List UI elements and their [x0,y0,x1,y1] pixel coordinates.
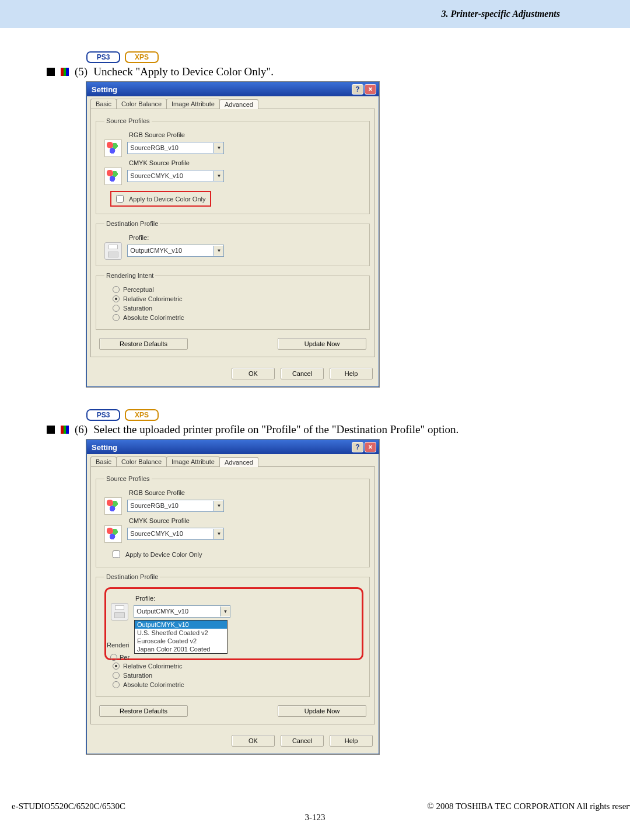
footer-model: e-STUDIO5520C/6520C/6530C [12,801,125,811]
tab-advanced[interactable]: Advanced [219,457,258,467]
apply-color-only-checkbox[interactable] [113,550,120,558]
printer-icon [111,603,128,621]
dest-profile-dropdown[interactable]: OutputCMYK_v10 U.S. Sheetfed Coated v2 E… [134,620,228,654]
tab-basic[interactable]: Basic [90,456,117,466]
rgb-swatch-icon [104,497,122,515]
help-button[interactable]: ? [352,442,363,452]
dest-profile-value: OutputCMYK_v10 [136,608,188,615]
update-now-button[interactable]: Update Now [278,338,366,350]
cmyk-swatch-icon [104,168,122,185]
ps3-chip: PS3 [86,409,120,421]
radio-relative[interactable]: Relative Colorimetric [113,663,363,670]
destination-profile-group: Destination Profile Profile: OutputCMYK_… [96,573,370,697]
dropdown-option[interactable]: Euroscale Coated v2 [135,637,227,645]
help-dialog-button[interactable]: Help [330,368,373,379]
step-5: PS3 XPS (5) Uncheck "Apply to Device Col… [47,51,572,387]
profile-highlight: Profile: OutputCMYK_v10 ▼ OutputCMYK_v10 [104,587,363,660]
chevron-down-icon: ▼ [214,246,223,256]
rgb-source-value: SourceRGB_v10 [130,502,178,509]
help-button[interactable]: ? [352,84,363,95]
dest-profile-label: Profile: [135,595,357,602]
tab-row: Basic Color Balance Image Attribute Adva… [87,96,379,109]
chevron-down-icon: ▼ [214,143,223,153]
chevron-down-icon: ▼ [214,529,223,539]
cancel-button[interactable]: Cancel [281,368,324,379]
cmyk-source-combo[interactable]: SourceCMYK_v10 ▼ [127,170,224,182]
step-6: PS3 XPS (6) Select the uploaded printer … [47,409,572,754]
chevron-down-icon: ▼ [214,171,223,181]
render-label-truncated: Renderi [107,642,130,649]
destination-profile-group: Destination Profile Profile: OutputCMYK_… [96,220,370,266]
tab-color-balance[interactable]: Color Balance [116,99,167,109]
page-footer: e-STUDIO5520C/6520C/6530C © 2008 TOSHIBA… [0,801,630,822]
printer-icon [104,242,122,260]
color-square-icon [61,426,69,434]
dropdown-option[interactable]: OutputCMYK_v10 [135,621,227,629]
footer-copyright: © 2008 TOSHIBA TEC CORPORATION All right… [427,801,630,811]
rgb-source-label: RGB Source Profile [129,489,363,496]
source-profiles-legend: Source Profiles [104,475,152,482]
update-now-button[interactable]: Update Now [278,705,366,717]
dest-profile-value: OutputCMYK_v10 [130,247,182,254]
dialog-title: Setting [92,85,117,94]
dropdown-option[interactable]: U.S. Sheetfed Coated v2 [135,629,227,637]
cmyk-source-combo[interactable]: SourceCMYK_v10 ▼ [127,528,224,540]
radio-perceptual[interactable]: Perceptual [113,286,363,293]
cmyk-swatch-icon [104,525,122,543]
rgb-source-combo[interactable]: SourceRGB_v10 ▼ [127,500,224,512]
apply-color-only-label: Apply to Device Color Only [125,551,202,558]
cmyk-source-label: CMYK Source Profile [129,517,363,524]
setting-dialog-1: Setting ? × Basic Color Balance Image At… [86,82,379,387]
dialog-title: Setting [92,443,117,452]
footer-page-number: 3-123 [305,813,326,822]
xps-chip: XPS [125,409,159,421]
ok-button[interactable]: OK [232,368,275,379]
cmyk-source-label: CMYK Source Profile [129,159,363,166]
step-6-text: Select the uploaded printer profile on "… [93,423,459,436]
dropdown-option[interactable]: Japan Color 2001 Coated [135,645,227,653]
tab-basic[interactable]: Basic [90,99,117,109]
color-square-icon [61,68,69,76]
radio-relative[interactable]: Relative Colorimetric [113,295,363,302]
tab-image-attribute[interactable]: Image Attribute [166,456,220,466]
restore-defaults-button[interactable]: Restore Defaults [99,705,188,717]
source-profiles-group: Source Profiles RGB Source Profile Sourc… [96,475,370,567]
section-header: 3. Printer-specific Adjustments [0,0,630,28]
chevron-down-icon: ▼ [214,501,223,511]
rgb-swatch-icon [104,140,122,157]
tab-color-balance[interactable]: Color Balance [116,456,167,466]
close-button[interactable]: × [365,442,376,452]
close-button[interactable]: × [365,84,376,95]
apply-color-only-label: Apply to Device Color Only [129,196,205,203]
rgb-source-value: SourceRGB_v10 [130,144,178,151]
cancel-button[interactable]: Cancel [281,735,324,747]
source-profiles-group: Source Profiles RGB Source Profile Sourc… [96,117,370,214]
mono-square-icon [47,426,55,434]
setting-dialog-2: Setting ? × Basic Color Balance Image At… [86,440,379,754]
tab-advanced[interactable]: Advanced [219,99,258,109]
dest-profile-combo[interactable]: OutputCMYK_v10 ▼ [134,605,230,618]
destination-profile-legend: Destination Profile [104,220,160,227]
cmyk-source-value: SourceCMYK_v10 [130,172,183,179]
source-profiles-legend: Source Profiles [104,117,152,124]
radio-absolute[interactable]: Absolute Colorimetric [113,681,363,688]
ps3-chip: PS3 [86,51,120,63]
radio-absolute[interactable]: Absolute Colorimetric [113,314,363,321]
restore-defaults-button[interactable]: Restore Defaults [99,338,188,350]
radio-saturation[interactable]: Saturation [113,672,363,679]
ok-button[interactable]: OK [232,735,275,747]
tab-image-attribute[interactable]: Image Attribute [166,99,220,109]
step-5-number: (5) [75,65,88,78]
apply-color-only-checkbox[interactable] [116,195,124,203]
radio-saturation[interactable]: Saturation [113,305,363,312]
rgb-source-combo[interactable]: SourceRGB_v10 ▼ [127,142,224,154]
dest-profile-label: Profile: [129,234,363,241]
dialog-button-row: OK Cancel Help [87,728,379,754]
step-5-text: Uncheck "Apply to Device Color Only". [93,65,274,78]
rgb-source-label: RGB Source Profile [129,131,363,138]
help-dialog-button[interactable]: Help [330,735,373,747]
step-6-number: (6) [75,423,88,436]
section-title: 3. Printer-specific Adjustments [442,9,560,19]
dest-profile-combo[interactable]: OutputCMYK_v10 ▼ [127,245,224,257]
xps-chip: XPS [125,51,159,63]
